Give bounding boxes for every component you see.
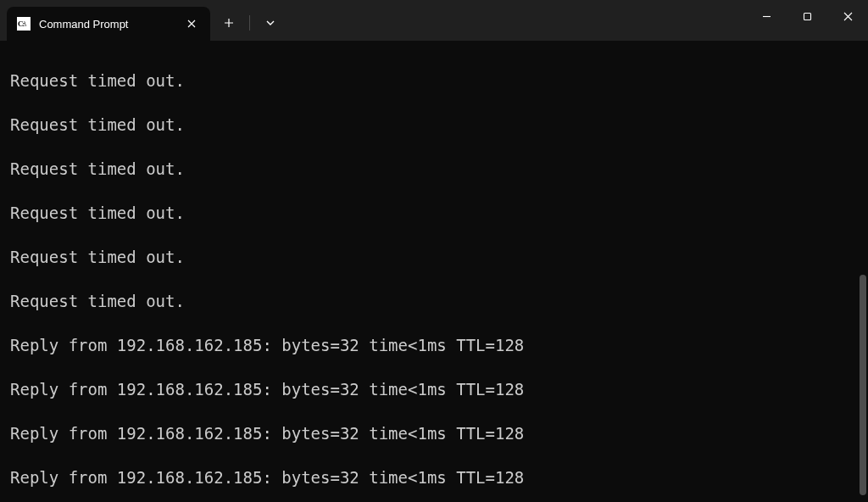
- tab-title: Command Prompt: [39, 18, 183, 31]
- tab-dropdown-button[interactable]: [255, 8, 286, 38]
- maximize-button[interactable]: [787, 0, 827, 32]
- close-icon: [187, 20, 196, 28]
- tab-divider: [249, 15, 250, 31]
- close-icon: [843, 12, 853, 21]
- new-tab-button[interactable]: [214, 8, 244, 38]
- output-line: Request timed out.: [10, 246, 858, 268]
- output-line: Request timed out.: [10, 70, 858, 92]
- scrollbar-thumb[interactable]: [860, 275, 866, 495]
- maximize-icon: [803, 12, 812, 21]
- titlebar: C:\ Command Prompt: [0, 0, 868, 41]
- output-line: Request timed out.: [10, 290, 858, 312]
- svg-rect-1: [804, 13, 810, 20]
- output-line: Reply from 192.168.162.185: bytes=32 tim…: [10, 378, 858, 400]
- window-close-button[interactable]: [827, 0, 868, 32]
- cmd-icon: C:\: [17, 17, 31, 31]
- output-line: Reply from 192.168.162.185: bytes=32 tim…: [10, 422, 858, 444]
- minimize-button[interactable]: [746, 0, 787, 32]
- output-line: Reply from 192.168.162.185: bytes=32 tim…: [10, 334, 858, 356]
- plus-icon: [224, 18, 234, 28]
- tab-actions: [210, 0, 286, 41]
- chevron-down-icon: [265, 20, 275, 26]
- window-controls: [746, 0, 868, 41]
- minimize-icon: [762, 12, 771, 21]
- tab-command-prompt[interactable]: C:\ Command Prompt: [7, 7, 210, 41]
- svg-text:C:\: C:\: [18, 20, 26, 28]
- terminal-output[interactable]: Request timed out. Request timed out. Re…: [0, 41, 868, 502]
- titlebar-drag-region[interactable]: [286, 0, 746, 41]
- output-line: Request timed out.: [10, 158, 858, 180]
- output-line: Request timed out.: [10, 114, 858, 136]
- scrollbar[interactable]: [858, 46, 866, 495]
- output-line: Reply from 192.168.162.185: bytes=32 tim…: [10, 466, 858, 488]
- output-line: Request timed out.: [10, 202, 858, 224]
- tab-close-button[interactable]: [183, 15, 200, 32]
- tab-strip: C:\ Command Prompt: [0, 0, 210, 41]
